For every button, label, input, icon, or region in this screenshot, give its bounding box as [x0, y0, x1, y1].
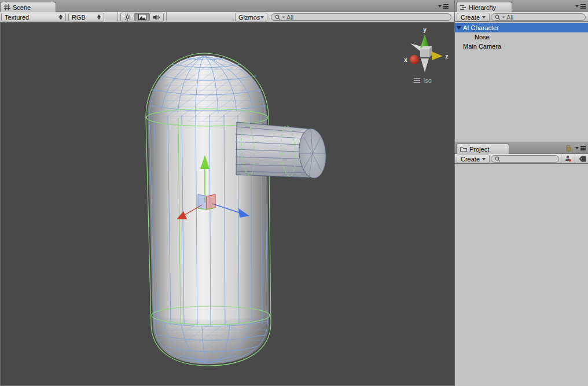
gizmo-center-cube[interactable] [420, 49, 429, 57]
dropdown-arrow-icon [482, 158, 486, 160]
updown-arrows-icon [97, 14, 101, 20]
menu-triangle-icon [438, 5, 442, 8]
hierarchy-search-input[interactable]: All [491, 13, 586, 21]
projection-label: Iso [423, 77, 432, 84]
scene-toolbar: Textured RGB [0, 12, 454, 23]
scene-viewport[interactable]: y x z Iso [0, 23, 455, 386]
tab-scene[interactable]: Scene [0, 2, 56, 12]
project-toolbar: Create [455, 154, 588, 164]
project-browser-area[interactable] [455, 164, 588, 386]
hierarchy-item-main-camera[interactable]: Main Camera [455, 42, 588, 51]
hierarchy-tab-label: Hierarchy [469, 4, 496, 11]
person-icon [565, 155, 572, 162]
gizmo-down-axis-cone[interactable] [421, 58, 429, 72]
hierarchy-search-value: All [506, 14, 513, 21]
tag-icon [579, 156, 586, 162]
dropdown-arrow-icon [260, 16, 264, 19]
open-lock-icon[interactable] [565, 145, 572, 152]
scene-tabstrip: Scene [0, 0, 454, 12]
magnifier-icon [495, 14, 501, 20]
hierarchy-list: AI Character Nose Main Camera [455, 22, 588, 142]
audio-toggle-button[interactable] [149, 13, 164, 21]
color-mode-value: RGB [72, 14, 86, 21]
projection-toggle[interactable]: Iso [414, 77, 432, 84]
draw-mode-dropdown[interactable]: Textured [1, 13, 66, 21]
search-by-type-button[interactable] [561, 154, 575, 163]
tab-project[interactable]: Project [456, 144, 509, 154]
grid-icon [4, 4, 10, 10]
hierarchy-item-ai-character[interactable]: AI Character [455, 23, 588, 32]
axis-x-label: x [404, 57, 407, 63]
scene-tab-label: Scene [13, 4, 31, 11]
list-icon [460, 5, 466, 10]
search-by-label-button[interactable] [575, 154, 588, 163]
scene-3d-view [1, 23, 455, 385]
sun-icon [124, 13, 131, 21]
gizmo-x-axis-ball[interactable] [410, 55, 419, 64]
search-filter-arrow-icon [502, 16, 505, 18]
menu-triangle-icon [575, 5, 579, 8]
updown-arrows-icon [59, 14, 63, 20]
dropdown-arrow-icon [482, 16, 486, 19]
gizmos-label: Gizmos [238, 14, 260, 21]
iso-lines-icon [414, 78, 420, 83]
nose-cylinder[interactable] [236, 122, 328, 179]
gizmo-z-axis-cone[interactable] [432, 52, 443, 60]
menu-burger-icon [580, 4, 586, 9]
unity-editor-window: Scene Textured RGB [0, 0, 588, 386]
menu-triangle-icon [575, 147, 579, 149]
project-tabstrip: Project [455, 142, 588, 154]
scene-panel-menu-icon[interactable] [438, 4, 449, 9]
menu-burger-icon [443, 4, 449, 9]
project-search-input[interactable] [491, 155, 559, 163]
project-create-button[interactable]: Create [457, 155, 490, 163]
lighting-toggle-button[interactable] [120, 13, 135, 21]
foldout-expanded-icon[interactable] [457, 26, 461, 30]
capsule-top-mesh [148, 56, 267, 122]
scene-search-value: All [286, 14, 293, 21]
magnifier-icon [495, 156, 501, 162]
speaker-icon [153, 14, 160, 21]
search-filter-arrow-icon [282, 16, 285, 18]
magnifier-icon [275, 14, 281, 20]
hierarchy-item-nose[interactable]: Nose [455, 32, 588, 42]
scene-search-input[interactable]: All [271, 13, 451, 21]
tab-hierarchy[interactable]: Hierarchy [456, 2, 512, 12]
menu-burger-icon [580, 146, 586, 150]
hierarchy-panel-menu-icon[interactable] [575, 4, 586, 9]
image-icon [138, 14, 146, 20]
folder-icon [460, 146, 467, 152]
project-panel-menu-icon[interactable] [575, 146, 586, 150]
project-tab-label: Project [469, 146, 489, 153]
draw-mode-value: Textured [5, 14, 29, 21]
hierarchy-create-button[interactable]: Create [457, 13, 490, 21]
axis-z-label: z [446, 53, 449, 60]
color-mode-dropdown[interactable]: RGB [68, 13, 104, 21]
gizmos-dropdown[interactable]: Gizmos [235, 13, 267, 21]
hierarchy-toolbar: Create All [455, 12, 588, 22]
hierarchy-tabstrip: Hierarchy [455, 0, 588, 12]
skybox-toggle-button[interactable] [135, 13, 149, 21]
axis-y-label: y [423, 27, 427, 33]
